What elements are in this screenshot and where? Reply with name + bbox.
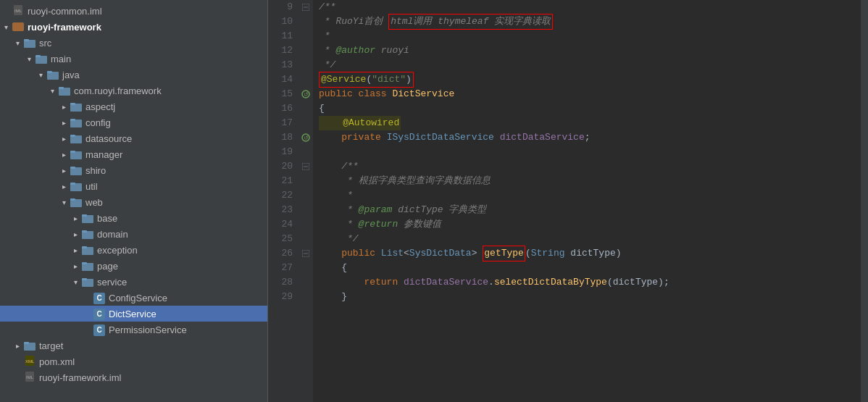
tree-item-label: manager: [85, 149, 122, 160]
code-line: * 根据字典类型查询字典数据信息: [319, 174, 855, 188]
svg-rect-26: [82, 214, 87, 217]
tree-arrow: [0, 23, 12, 31]
tree-item-page[interactable]: page: [0, 258, 267, 274]
gutter-cell: [299, 29, 313, 43]
tree-item-label: main: [51, 54, 71, 64]
code-line: }: [319, 290, 855, 304]
folder-icon: [81, 244, 94, 256]
folder-icon: [46, 69, 59, 80]
tree-item-exception[interactable]: exception: [0, 242, 267, 258]
tree-item-label: ruoyi-framework.iml: [39, 372, 121, 383]
tree-arrow: [58, 151, 70, 159]
tree-arrow: [70, 214, 81, 222]
line-number: 10: [274, 14, 293, 29]
folder-icon: [23, 340, 36, 351]
line-number: 20: [274, 159, 293, 174]
tree-item-util[interactable]: util: [0, 178, 267, 194]
tree-arrow: [70, 230, 81, 238]
gutter-cell: [299, 188, 313, 203]
gutter-cell: [299, 261, 313, 275]
folder-icon: [70, 101, 83, 112]
gutter-cell: [299, 43, 313, 58]
code-line: public List<SysDictData> getType(String …: [319, 246, 855, 261]
tree-item-ConfigService[interactable]: CConfigService: [0, 290, 267, 306]
tree-item-datasource[interactable]: datasource: [0, 130, 267, 146]
code-line: public class DictService: [319, 87, 855, 101]
code-line: *: [319, 188, 855, 203]
svg-rect-10: [59, 87, 64, 89]
code-line: [319, 145, 855, 159]
svg-rect-28: [82, 230, 87, 233]
gutter-cell: [299, 174, 313, 188]
tree-item-manager[interactable]: manager: [0, 146, 267, 162]
tree-item-label: domain: [97, 229, 128, 240]
folder-icon: [81, 260, 94, 272]
tree-item-PermissionService[interactable]: CPermissionService: [0, 322, 267, 338]
file-tree[interactable]: IMLruoyi-common.imlruoyi-frameworksrcmai…: [0, 0, 268, 402]
tree-item-web[interactable]: web: [0, 194, 267, 210]
tree-item-ruoyi-framework[interactable]: ruoyi-framework: [0, 19, 267, 35]
line-number: 9: [274, 0, 293, 14]
code-line: @Service("dict"): [319, 72, 855, 87]
svg-rect-16: [70, 135, 75, 137]
line-number: 17: [274, 116, 293, 130]
line-number: 28: [274, 275, 293, 290]
tree-arrow: [35, 71, 46, 79]
tree-item-label: java: [62, 70, 80, 80]
tree-item-src[interactable]: src: [0, 35, 267, 51]
tree-item-aspectj[interactable]: aspectj: [0, 99, 267, 114]
tree-item-main[interactable]: main: [0, 51, 267, 67]
gutter-cell: [299, 290, 313, 304]
svg-rect-8: [47, 71, 52, 73]
svg-text:↺: ↺: [304, 91, 309, 98]
folder-icon: [23, 37, 36, 49]
gutter-cell: ↺: [299, 130, 313, 145]
tree-item-domain[interactable]: domain: [0, 226, 267, 242]
svg-rect-18: [70, 151, 75, 153]
svg-rect-36: [24, 342, 29, 344]
tree-item-config[interactable]: config: [0, 114, 267, 130]
code-line: private ISysDictDataService dictDataServ…: [319, 130, 855, 145]
tree-item-service[interactable]: service: [0, 274, 267, 290]
tree-item-label: util: [85, 181, 98, 192]
tree-arrow: [58, 103, 70, 111]
code-line: * RuoYi首创 html调用 thymeleaf 实现字典读取: [319, 14, 855, 29]
line-number: 26: [274, 246, 293, 261]
java-class-icon: C: [93, 324, 106, 335]
tree-item-label: ConfigService: [109, 293, 167, 303]
tree-item-ruoyi-framework-iml[interactable]: IMLruoyi-framework.iml: [0, 369, 267, 385]
tree-item-label: com.ruoyi.framework: [74, 85, 162, 96]
tree-arrow: [70, 262, 81, 270]
iml-file-icon: IML: [23, 372, 36, 383]
tree-item-java[interactable]: java: [0, 67, 267, 83]
java-class-icon: C: [93, 308, 106, 319]
tree-item-label: pom.xml: [39, 356, 75, 367]
folder-icon: [70, 196, 83, 208]
tree-item-label: config: [85, 117, 111, 128]
folder-icon: [70, 180, 83, 192]
tree-item-base[interactable]: base: [0, 210, 267, 226]
svg-rect-12: [70, 103, 75, 105]
scrollbar[interactable]: [861, 0, 868, 402]
gutter-cell: [299, 246, 313, 261]
gutter-cell: [299, 101, 313, 116]
line-number: 22: [274, 188, 293, 203]
line-number: 21: [274, 174, 293, 188]
tree-item-ruoyi-common-iml[interactable]: IMLruoyi-common.iml: [0, 3, 267, 19]
tree-item-DictService[interactable]: CDictService: [0, 306, 267, 322]
code-line: @Autowired: [319, 116, 855, 130]
line-number: 14: [274, 72, 293, 87]
line-number: 13: [274, 58, 293, 72]
tree-item-com.ruoyi.framework[interactable]: com.ruoyi.framework: [0, 83, 267, 99]
code-line: */: [319, 232, 855, 246]
tree-item-shiro[interactable]: shiro: [0, 162, 267, 178]
gutter-cell: [299, 232, 313, 246]
tree-arrow: [58, 119, 70, 127]
tree-item-target[interactable]: target: [0, 338, 267, 353]
svg-rect-6: [36, 55, 41, 57]
code-line: */: [319, 58, 855, 72]
tree-item-pom-xml[interactable]: XMLpom.xml: [0, 353, 267, 369]
tree-item-label: datasource: [85, 133, 132, 144]
tree-arrow: [58, 198, 70, 206]
code-editor: 9101112131415161718192021222324252627282…: [268, 0, 868, 402]
